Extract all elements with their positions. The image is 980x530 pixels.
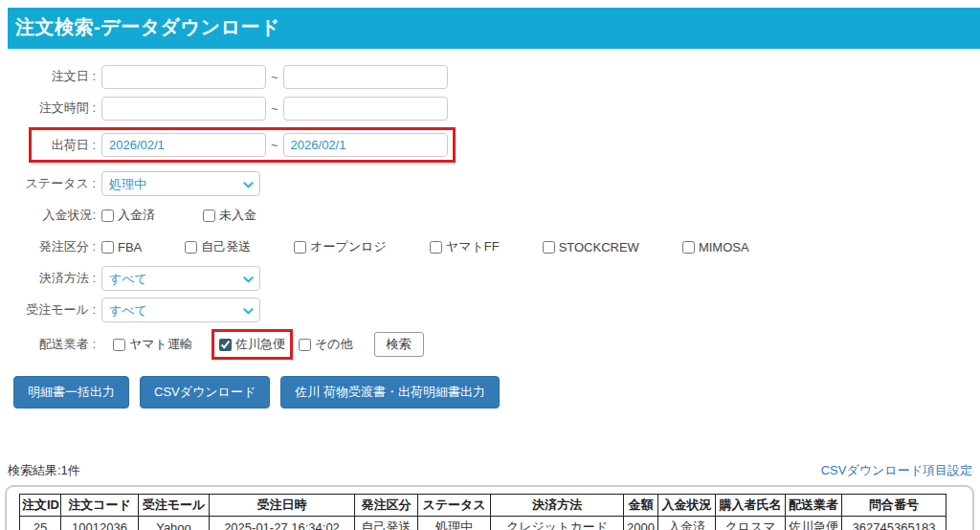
order-time-label: 注文時間 : — [8, 99, 96, 117]
col-header-order-id: 注文ID — [20, 495, 61, 517]
csv-settings-link[interactable]: CSVダウンロード項目設定 — [821, 462, 972, 479]
table-header-row: 注文ID 注文コード 受注モール 受注日時 発注区分 ステータス 決済方法 金額… — [20, 495, 947, 517]
col-header-status: ステータス — [418, 495, 491, 517]
carrier-row: 配送業者 : ヤマト運輸 佐川急便 その他 検索 — [8, 329, 980, 360]
checkbox-other-carrier[interactable]: その他 — [299, 336, 353, 353]
col-header-amount: 金額 — [624, 495, 658, 517]
col-header-buyer-name: 購入者氏名 — [716, 495, 786, 517]
order-type-row: 発注区分 : FBA 自己発送 オープンロジ ヤマトFF STOCKCREW M… — [8, 234, 980, 259]
sagawa-checkbox-label: 佐川急便 — [235, 336, 285, 353]
other-carrier-checkbox-label: その他 — [315, 336, 353, 353]
yamato-ff-checkbox-label: ヤマトFF — [446, 238, 500, 255]
action-buttons: 明細書一括出力 CSVダウンロード 佐川 荷物受渡書・出荷明細書出力 — [13, 376, 980, 409]
mall-select[interactable]: すべて — [101, 298, 260, 322]
payment-status-row: 入金状況: 入金済 未入金 — [8, 203, 980, 228]
csv-download-button[interactable]: CSVダウンロード — [140, 376, 270, 409]
cell-inquiry-number: 362745365183 — [842, 517, 947, 530]
statement-batch-output-button[interactable]: 明細書一括出力 — [13, 376, 129, 409]
sagawa-delivery-slip-output-button[interactable]: 佐川 荷物受渡書・出荷明細書出力 — [280, 376, 500, 409]
cell-amount: 2000 — [624, 517, 658, 530]
checkbox-openlogi[interactable]: オープンロジ — [294, 238, 387, 255]
search-button[interactable]: 検索 — [374, 332, 424, 357]
openlogi-checkbox-label: オープンロジ — [310, 238, 387, 255]
checkbox-fba[interactable]: FBA — [101, 240, 142, 254]
status-label: ステータス : — [8, 175, 96, 192]
results-summary: 検索結果:1件 — [8, 462, 80, 479]
checkbox-stockcrew[interactable]: STOCKCREW — [543, 240, 639, 254]
col-header-mall: 受注モール — [139, 495, 210, 517]
cell-payment-status: 入金済 — [658, 517, 716, 530]
order-date-from-input[interactable] — [101, 65, 266, 89]
ship-date-from-input[interactable] — [101, 133, 266, 157]
checkbox-self-ship[interactable]: 自己発送 — [185, 238, 251, 255]
stockcrew-checkbox-label: STOCKCREW — [559, 240, 639, 254]
unpaid-checkbox-label: 未入金 — [219, 207, 256, 224]
results-bar: 検索結果:1件 CSVダウンロード項目設定 — [8, 462, 972, 479]
col-header-payment-method: 決済方法 — [491, 495, 624, 517]
fba-checkbox[interactable] — [101, 241, 114, 254]
cell-carrier: 佐川急便 — [786, 517, 842, 530]
ship-date-label: 出荷日 : — [32, 137, 96, 154]
table-row: 25 10012036 Yahoo 2025-01-27 16:34:02 自己… — [20, 517, 947, 530]
col-header-order-type: 発注区分 — [355, 495, 418, 517]
ship-date-row: 出荷日 : ~ — [8, 127, 980, 163]
other-carrier-checkbox[interactable] — [299, 339, 311, 351]
status-select[interactable]: 処理中 — [101, 171, 260, 196]
ship-date-to-input[interactable] — [283, 133, 448, 157]
order-time-from-input[interactable] — [101, 97, 266, 121]
checkbox-yamato-ff[interactable]: ヤマトFF — [430, 238, 500, 255]
col-header-payment-status: 入金状況 — [658, 495, 716, 517]
carrier-label: 配送業者 : — [8, 336, 96, 353]
cell-order-id: 25 — [20, 517, 61, 530]
checkbox-unpaid[interactable]: 未入金 — [203, 207, 256, 224]
mimosa-checkbox-label: MIMOSA — [699, 240, 749, 254]
stockcrew-checkbox[interactable] — [543, 241, 555, 254]
yamato-transport-checkbox[interactable] — [113, 339, 125, 351]
cell-buyer-name: クロスマ — [716, 517, 786, 530]
paid-checkbox[interactable] — [101, 210, 114, 222]
page-title: 注文検索-データダウンロード — [8, 8, 980, 49]
order-time-row: 注文時間 : ~ — [8, 96, 980, 121]
mall-row: 受注モール : すべて — [8, 298, 980, 322]
results-table-panel: 注文ID 注文コード 受注モール 受注日時 発注区分 ステータス 決済方法 金額… — [5, 485, 974, 530]
fba-checkbox-label: FBA — [118, 240, 142, 254]
self-ship-checkbox-label: 自己発送 — [201, 238, 251, 255]
range-separator: ~ — [271, 138, 278, 152]
cell-status: 処理中 — [418, 517, 491, 530]
checkbox-sagawa[interactable]: 佐川急便 — [219, 336, 285, 353]
sagawa-highlight-box: 佐川急便 — [212, 329, 293, 360]
sagawa-checkbox[interactable] — [219, 339, 232, 351]
checkbox-mimosa[interactable]: MIMOSA — [682, 240, 749, 254]
mall-select-wrap: すべて — [101, 298, 260, 322]
col-header-inquiry-number: 問合番号 — [842, 495, 947, 517]
cell-order-code: 10012036 — [61, 517, 139, 530]
checkbox-paid[interactable]: 入金済 — [101, 207, 155, 224]
search-form: 注文日 : ~ 注文時間 : ~ 出荷日 : ~ ステータス : 処理中 — [8, 64, 980, 360]
openlogi-checkbox[interactable] — [294, 241, 306, 254]
cell-order-datetime: 2025-01-27 16:34:02 — [210, 517, 355, 530]
cell-payment-method: クレジットカード — [491, 517, 624, 530]
self-ship-checkbox[interactable] — [185, 241, 197, 254]
mimosa-checkbox[interactable] — [682, 241, 695, 254]
order-date-to-input[interactable] — [283, 65, 448, 89]
payment-method-select[interactable]: すべて — [101, 266, 260, 291]
col-header-carrier: 配送業者 — [786, 495, 842, 517]
order-date-label: 注文日 : — [8, 68, 96, 85]
status-row: ステータス : 処理中 — [8, 171, 980, 196]
order-time-to-input[interactable] — [283, 97, 448, 121]
status-select-wrap: 処理中 — [101, 171, 260, 196]
payment-method-label: 決済方法 : — [8, 270, 96, 287]
checkbox-yamato-transport[interactable]: ヤマト運輸 — [113, 336, 192, 353]
cell-order-type: 自己発送 — [355, 517, 418, 530]
yamato-ff-checkbox[interactable] — [430, 241, 442, 254]
unpaid-checkbox[interactable] — [203, 210, 215, 222]
range-separator: ~ — [271, 70, 278, 84]
order-type-label: 発注区分 : — [8, 238, 96, 255]
results-table: 注文ID 注文コード 受注モール 受注日時 発注区分 ステータス 決済方法 金額… — [19, 494, 947, 530]
mall-label: 受注モール : — [8, 301, 96, 319]
col-header-order-datetime: 受注日時 — [210, 495, 355, 517]
paid-checkbox-label: 入金済 — [118, 207, 155, 224]
yamato-transport-checkbox-label: ヤマト運輸 — [129, 336, 192, 353]
cell-mall: Yahoo — [139, 517, 210, 530]
payment-status-label: 入金状況: — [8, 207, 96, 224]
